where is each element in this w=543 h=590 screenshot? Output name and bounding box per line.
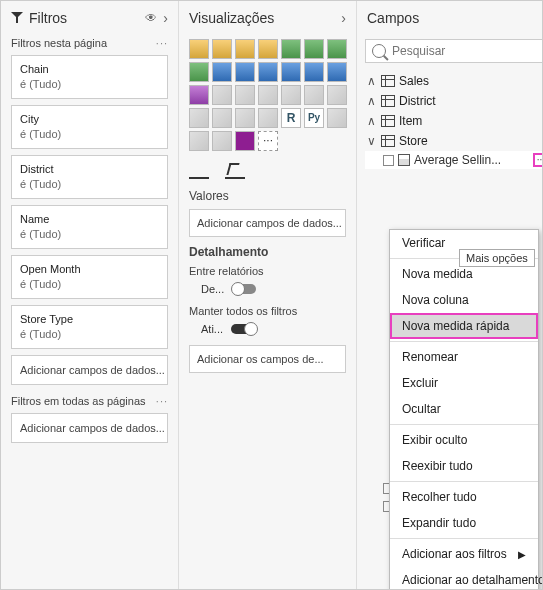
fields-tab-icon[interactable]: [189, 161, 209, 179]
context-menu-item[interactable]: Excluir: [390, 370, 538, 396]
search-icon: [372, 44, 386, 58]
cross-report-value: De...: [201, 283, 224, 295]
table-row[interactable]: ∧Sales: [365, 71, 543, 91]
more-options-button[interactable]: ···: [533, 153, 543, 167]
drillthrough-label: Detalhamento: [189, 245, 346, 259]
visualizations-panel: Visualizações › RPy··· Valores Adicionar…: [179, 1, 357, 589]
filter-name: Open Month: [20, 262, 159, 277]
visualization-type-icon[interactable]: [212, 62, 232, 82]
cross-report-toggle[interactable]: [232, 284, 256, 294]
drill-well[interactable]: Adicionar os campos de...: [189, 345, 346, 373]
cross-report-label: Entre relatórios: [189, 265, 346, 277]
visualization-type-icon[interactable]: [327, 39, 347, 59]
chevron-down-icon[interactable]: ∨: [365, 134, 377, 148]
visualization-type-icon[interactable]: [235, 62, 255, 82]
context-menu-item[interactable]: Expandir tudo: [390, 510, 538, 536]
table-name: Item: [399, 114, 422, 128]
context-menu-item[interactable]: Adicionar aos filtros▶: [390, 541, 538, 567]
filter-icon: [11, 12, 23, 24]
visualization-type-icon[interactable]: [235, 108, 255, 128]
search-input[interactable]: [365, 39, 543, 63]
add-filter-allpages[interactable]: Adicionar campos de dados...: [11, 413, 168, 443]
visualization-type-icon[interactable]: [304, 39, 324, 59]
format-tab-icon[interactable]: [225, 161, 245, 179]
context-menu: VerificarNova medidaNova colunaNova medi…: [389, 229, 539, 590]
visualization-type-icon[interactable]: [189, 108, 209, 128]
visualization-type-icon[interactable]: [304, 85, 324, 105]
visualizations-title: Visualizações: [189, 10, 335, 26]
search-field[interactable]: [392, 44, 542, 58]
chevron-up-icon[interactable]: ∧: [365, 94, 377, 108]
tooltip: Mais opções: [459, 249, 535, 267]
visualization-type-icon[interactable]: [327, 62, 347, 82]
filter-card[interactable]: Chainé (Tudo): [11, 55, 168, 99]
visualization-type-icon[interactable]: [258, 108, 278, 128]
visualization-type-icon[interactable]: [258, 85, 278, 105]
visualization-type-icon[interactable]: [235, 85, 255, 105]
filter-name: District: [20, 162, 159, 177]
visualization-type-icon[interactable]: [235, 131, 255, 151]
keep-filters-label: Manter todos os filtros: [189, 305, 346, 317]
table-icon: [381, 95, 395, 107]
visualization-type-icon[interactable]: [189, 131, 209, 151]
context-menu-item[interactable]: Adicionar ao detalhamento: [390, 567, 538, 590]
context-menu-item[interactable]: Exibir oculto: [390, 427, 538, 453]
fields-title: Campos: [367, 10, 536, 26]
filter-card[interactable]: Cityé (Tudo): [11, 105, 168, 149]
visualization-type-icon[interactable]: [189, 85, 209, 105]
visualization-type-icon[interactable]: [327, 108, 347, 128]
checkbox[interactable]: [383, 155, 394, 166]
chevron-right-icon[interactable]: ›: [341, 10, 346, 26]
add-filter-field[interactable]: Adicionar campos de dados...: [11, 355, 168, 385]
context-menu-item[interactable]: Recolher tudo: [390, 484, 538, 510]
filter-card[interactable]: Store Typeé (Tudo): [11, 305, 168, 349]
visualization-type-icon[interactable]: [189, 39, 209, 59]
visualization-type-icon[interactable]: [304, 62, 324, 82]
table-row[interactable]: ∧Item: [365, 111, 543, 131]
filters-title: Filtros: [29, 10, 139, 26]
table-row[interactable]: ∨Store: [365, 131, 543, 151]
filter-card[interactable]: Districté (Tudo): [11, 155, 168, 199]
filter-card[interactable]: Open Monthé (Tudo): [11, 255, 168, 299]
visualization-type-icon[interactable]: [258, 39, 278, 59]
filters-page-label: Filtros nesta página: [11, 37, 107, 49]
more-icon[interactable]: ···: [156, 395, 168, 407]
values-well[interactable]: Adicionar campos de dados...: [189, 209, 346, 237]
keep-filters-toggle[interactable]: [231, 324, 255, 334]
filter-name: Store Type: [20, 312, 159, 327]
visualization-type-icon[interactable]: [327, 85, 347, 105]
visualization-type-icon[interactable]: [281, 39, 301, 59]
filter-name: City: [20, 112, 159, 127]
context-menu-item[interactable]: Nova coluna: [390, 287, 538, 313]
visualization-type-icon[interactable]: [235, 39, 255, 59]
chevron-up-icon[interactable]: ∧: [365, 114, 377, 128]
filter-value: é (Tudo): [20, 77, 159, 92]
context-menu-item[interactable]: Renomear: [390, 344, 538, 370]
visualization-type-icon[interactable]: [212, 108, 232, 128]
filter-card[interactable]: Nameé (Tudo): [11, 205, 168, 249]
more-icon[interactable]: ···: [156, 37, 168, 49]
visualization-type-icon[interactable]: [212, 131, 232, 151]
context-menu-item[interactable]: Nova medida rápida: [390, 313, 538, 339]
visualization-type-icon[interactable]: ···: [258, 131, 278, 151]
visualization-type-icon[interactable]: [281, 85, 301, 105]
visualization-type-icon[interactable]: [258, 62, 278, 82]
filter-name: Chain: [20, 62, 159, 77]
menu-separator: [390, 424, 538, 425]
chevron-right-icon[interactable]: ›: [163, 10, 168, 26]
menu-separator: [390, 538, 538, 539]
visualization-type-icon[interactable]: [212, 39, 232, 59]
context-menu-item[interactable]: Reexibir tudo: [390, 453, 538, 479]
visualization-type-icon[interactable]: [212, 85, 232, 105]
visualization-type-icon[interactable]: [281, 62, 301, 82]
field-row[interactable]: Average Sellin...···: [365, 151, 543, 169]
eye-icon[interactable]: 👁: [145, 11, 157, 25]
visualization-type-icon[interactable]: Py: [304, 108, 324, 128]
submenu-arrow-icon: ▶: [518, 549, 526, 560]
visualization-type-icon[interactable]: [189, 62, 209, 82]
chevron-up-icon[interactable]: ∧: [365, 74, 377, 88]
context-menu-item[interactable]: Ocultar: [390, 396, 538, 422]
visualization-type-icon[interactable]: R: [281, 108, 301, 128]
table-row[interactable]: ∧District: [365, 91, 543, 111]
filter-value: é (Tudo): [20, 177, 159, 192]
